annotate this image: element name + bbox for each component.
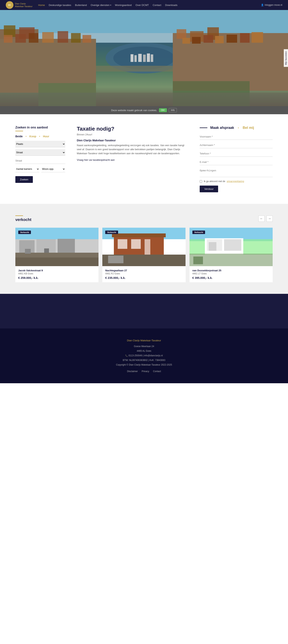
cookie-info-button[interactable]: Info <box>169 108 177 112</box>
nav-login[interactable]: Inloggen move.nl <box>261 4 282 6</box>
contact-header-line <box>200 128 207 128</box>
taxatie-company: Dien Clarijs Makelaar-Taxateur <box>77 139 188 142</box>
sold-header: verkocht ← → <box>15 215 273 222</box>
property-image-1: Verkocht <box>15 228 99 266</box>
property-city-2: 4461 RJ Goes <box>105 272 183 275</box>
taxatie-body: Naast aankoopbegeleiding, verkoopbegelei… <box>77 144 188 156</box>
contact-submit-button[interactable]: Verstuur <box>200 186 218 192</box>
property-info-1: Jacob Valckestraat 9 4461 KB Goes € 259.… <box>15 266 99 282</box>
property-card-3[interactable]: Verkocht van Dusseldorpstraat 25 4461 LT… <box>189 228 273 282</box>
nav-home[interactable]: Home <box>38 4 45 6</box>
property-image-2: Verkocht <box>102 228 185 266</box>
contact-akkoord-checkbox[interactable] <box>200 180 202 183</box>
contact-telefoon[interactable] <box>200 150 273 157</box>
sold-header-left: verkocht <box>15 215 31 222</box>
contact-akkoord-row: Ik ga akkoord met de privacyverklaring <box>200 180 273 183</box>
svg-rect-51 <box>144 239 150 254</box>
search-button[interactable]: Zoeken <box>15 176 33 183</box>
property-price-3: € 395.000,- k.k. <box>192 276 270 280</box>
footer-copyright: Copyright © Dian Clarijs Makelaar-Taxate… <box>15 362 273 367</box>
cookie-bar: Deze website maakt gebruik van cookies. … <box>0 106 288 114</box>
search-tab-both[interactable]: Beide <box>15 135 23 138</box>
footer-privacy-link[interactable]: Privacy <box>142 369 149 374</box>
sold-next-button[interactable]: → <box>267 216 273 222</box>
sold-prev-button[interactable]: ← <box>259 216 265 222</box>
property-address-1: Jacob Valckestraat 9 <box>18 269 96 272</box>
search-straat-input[interactable] <box>15 158 65 164</box>
property-badge-1: Verkocht <box>18 230 31 234</box>
svg-rect-47 <box>112 234 166 237</box>
contact-voornaam[interactable] <box>200 134 273 140</box>
svg-rect-58 <box>224 239 241 251</box>
contact-akkoord-text: Ik ga akkoord met de <box>204 180 225 183</box>
svg-rect-50 <box>131 239 141 249</box>
contact-header: Maak afspraak • Bel mij <box>200 126 273 130</box>
footer-btw: BTW: NL097406383B02 | KvK: 73843083 <box>15 358 273 362</box>
property-info-3: van Dusseldorpstraat 25 4461 LT Goes € 3… <box>189 266 273 282</box>
contact-email[interactable] <box>200 159 273 165</box>
contact-panel: Maak afspraak • Bel mij Ik ga akkoord me… <box>200 126 273 192</box>
logo-icon: DC <box>6 1 13 9</box>
footer-bottom: Dian Clarijs Makelaar-Taxateur Goese Mee… <box>0 328 288 383</box>
property-info-2: Nachtegaallaan 27 4461 RJ Goes € 235.000… <box>102 266 185 282</box>
property-city-1: 4461 KB Goes <box>18 272 96 275</box>
footer-contact-link[interactable]: Contact <box>153 369 161 374</box>
sold-title: verkocht <box>15 218 31 222</box>
search-plaats[interactable]: Plaats <box>15 141 65 147</box>
sold-navigation: ← → <box>259 216 273 222</box>
svg-rect-43 <box>15 258 99 266</box>
taxatie-link[interactable]: Vraag hier uw taxatieopdracht aan <box>77 158 115 161</box>
taxatie-title: Taxatie nodig? <box>77 126 188 132</box>
property-price-1: € 259.000,- k.k. <box>18 276 96 280</box>
nav-over[interactable]: Over DCMT <box>136 4 149 6</box>
nav-overige[interactable]: Overige diensten <box>91 4 111 6</box>
svg-rect-37 <box>15 228 99 241</box>
search-straat[interactable]: Straat <box>15 149 65 156</box>
sold-underline <box>15 215 23 216</box>
nav-buitenland[interactable]: Buitenland <box>75 4 87 6</box>
footer-company-name: Dian Clarijs Makelaar-Taxateur <box>15 338 273 343</box>
nav-taxaties[interactable]: Deskundige taxaties <box>49 4 71 6</box>
svg-rect-59 <box>209 242 216 251</box>
search-tab-buy[interactable]: Koop <box>29 135 36 138</box>
property-city-3: 4461 LT Goes <box>192 272 270 275</box>
svg-rect-36 <box>0 10 288 106</box>
sold-cards: Verkocht Jacob Valckestraat 9 4461 KB Go… <box>15 228 273 282</box>
footer-dark <box>0 294 288 328</box>
footer-address-1: Goese Meerlaan 24 <box>15 344 273 349</box>
footer-address-2: 4465 AL Goes <box>15 349 273 353</box>
nav-links: Home Deskundige taxaties Buitenland Over… <box>38 4 261 6</box>
footer-phone: 0113-250049 <box>125 354 142 357</box>
contact-achternaam[interactable] <box>200 142 273 148</box>
footer-email: info@dianclarijs.nl <box>144 354 163 357</box>
taxatie-panel: Taxatie nodig? Binnen 24uur! Dien Clarij… <box>77 126 188 192</box>
search-tab-rent[interactable]: Huur <box>43 135 49 138</box>
property-image-3: Verkocht <box>189 228 273 266</box>
contact-opmerkingen[interactable] <box>200 168 273 177</box>
search-woonopp[interactable]: Woon.opp. <box>41 166 65 172</box>
logo-text: Dian Clarijs Makelaar-Taxateur <box>15 2 32 8</box>
cookie-ok-button[interactable]: OK! <box>159 108 167 112</box>
property-card-2[interactable]: Verkocht Nachtegaallaan 27 4461 RJ Goes … <box>102 228 185 282</box>
logo[interactable]: DC Dian Clarijs Makelaar-Taxateur <box>6 1 32 9</box>
footer-disclaimer-link[interactable]: Disclaimer <box>127 369 138 374</box>
search-title: Zoeken in ons aanbod <box>15 126 65 129</box>
search-sep-2: • <box>39 135 40 138</box>
cookie-text: Deze website maakt gebruik van cookies. <box>111 109 157 112</box>
main-content: Zoeken in ons aanbod Beide • Koop • Huur… <box>0 114 288 204</box>
nav-downloads[interactable]: Downloads <box>165 4 177 6</box>
property-card-1[interactable]: Verkocht Jacob Valckestraat 9 4461 KB Go… <box>15 228 99 282</box>
navigation: DC Dian Clarijs Makelaar-Taxateur Home D… <box>0 0 288 10</box>
svg-rect-53 <box>108 256 124 263</box>
nav-woningaanbod[interactable]: Woningaanbod <box>115 4 132 6</box>
search-tabs: Beide • Koop • Huur <box>15 135 65 138</box>
search-kamers[interactable]: Aantal kamers <box>15 166 39 172</box>
property-address-3: van Dusseldorpstraat 25 <box>192 269 270 272</box>
taxatie-subtitle: Binnen 24uur! <box>77 133 188 136</box>
search-panel: Zoeken in ons aanbod Beide • Koop • Huur… <box>15 126 65 192</box>
property-badge-2: Verkocht <box>105 230 118 234</box>
contact-privacy-link[interactable]: privacyverklaring <box>227 180 244 183</box>
nav-contact[interactable]: Contact <box>153 4 161 6</box>
mijn-favorieten-btn[interactable]: Mijn favorieten <box>284 49 288 67</box>
footer-links: Disclaimer Privacy Contact <box>15 369 273 374</box>
